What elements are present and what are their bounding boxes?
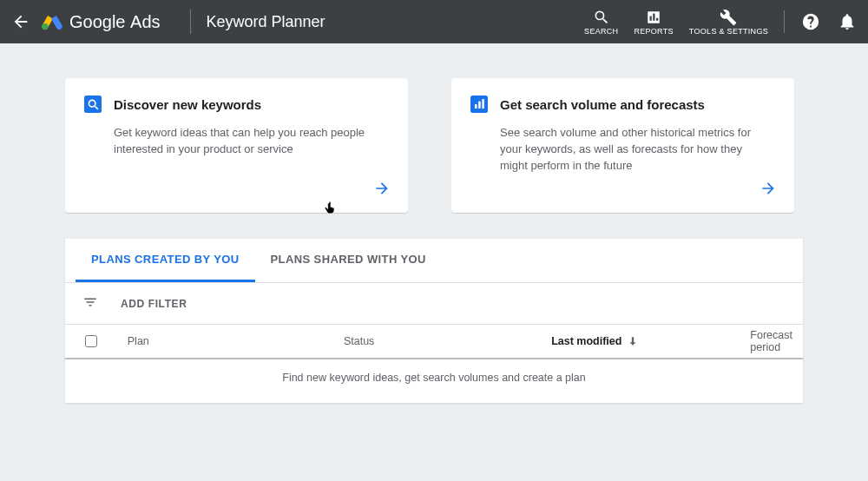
search-volume-card[interactable]: Get search volume and forecasts See sear…: [451, 78, 794, 213]
svg-rect-10: [482, 99, 484, 109]
col-plan[interactable]: Plan: [117, 335, 333, 347]
col-forecast-period[interactable]: Forecast period: [740, 329, 803, 353]
arrow-down-icon: [627, 335, 639, 347]
col-last-modified[interactable]: Last modified: [541, 335, 740, 347]
help-icon: [801, 12, 820, 31]
volume-card-desc: See search volume and other historical m…: [470, 125, 775, 175]
discover-card-title: Discover new keywords: [114, 97, 261, 112]
filter-icon[interactable]: [82, 294, 98, 313]
magnifier-square-icon: [84, 96, 102, 113]
nav-tools-settings[interactable]: TOOLS & SETTINGS: [689, 8, 768, 36]
volume-card-title: Get search volume and forecasts: [500, 97, 705, 112]
google-ads-logo: Google Ads: [42, 11, 161, 32]
arrow-right-icon: [373, 180, 391, 197]
empty-state: Find new keyword ideas, get search volum…: [65, 359, 803, 403]
col-status[interactable]: Status: [333, 335, 541, 347]
wrench-icon: [719, 8, 738, 27]
select-all-checkbox[interactable]: [85, 335, 97, 347]
back-button[interactable]: [10, 11, 31, 32]
ads-logo-icon: [42, 11, 62, 32]
discover-card-desc: Get keyword ideas that can help you reac…: [84, 125, 389, 158]
tab-plans-shared[interactable]: PLANS SHARED WITH YOU: [255, 239, 442, 282]
svg-rect-1: [650, 16, 652, 21]
svg-rect-2: [653, 14, 654, 21]
svg-rect-8: [475, 104, 477, 109]
add-filter-button[interactable]: ADD FILTER: [121, 298, 187, 310]
notifications-button[interactable]: [837, 11, 858, 32]
svg-rect-9: [478, 102, 481, 109]
bell-icon: [838, 12, 857, 31]
bars-square-icon: [470, 96, 488, 113]
svg-rect-3: [656, 18, 658, 21]
arrow-left-icon: [11, 12, 30, 31]
discover-keywords-card[interactable]: Discover new keywords Get keyword ideas …: [65, 78, 408, 213]
tab-plans-created[interactable]: PLANS CREATED BY YOU: [76, 239, 255, 282]
svg-point-0: [43, 23, 49, 30]
arrow-right-icon: [760, 180, 777, 197]
nav-separator: [784, 10, 785, 33]
reports-icon: [644, 8, 663, 27]
brand-text: Google Ads: [69, 12, 161, 32]
nav-search[interactable]: SEARCH: [584, 8, 618, 36]
help-button[interactable]: [800, 11, 821, 32]
search-icon: [592, 8, 611, 27]
page-title: Keyword Planner: [207, 13, 326, 31]
title-divider: [190, 10, 191, 34]
svg-rect-4: [84, 96, 102, 113]
table-header: Plan Status Last modified Forecast perio…: [65, 325, 803, 359]
plans-panel: PLANS CREATED BY YOU PLANS SHARED WITH Y…: [65, 239, 803, 403]
nav-reports[interactable]: REPORTS: [634, 8, 673, 36]
